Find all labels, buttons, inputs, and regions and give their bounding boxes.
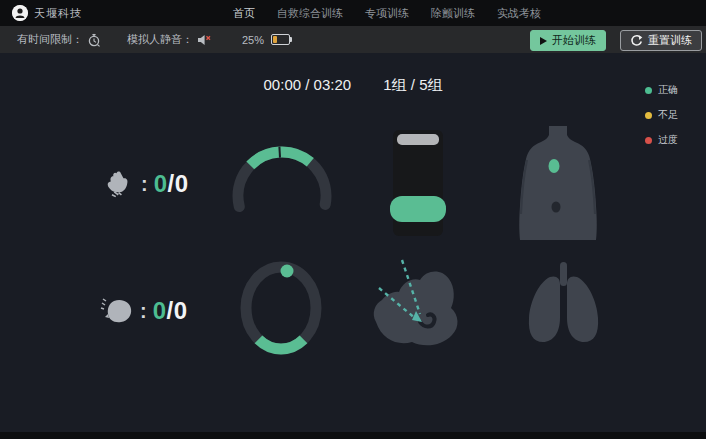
legend-correct-label: 正确: [658, 83, 678, 97]
nav-item-exam[interactable]: 实战考核: [497, 6, 541, 21]
reset-training-label: 重置训练: [648, 33, 692, 48]
depth-piston-cap: [397, 134, 439, 145]
brand-avatar-icon: [12, 5, 28, 21]
hand-icon: [103, 168, 135, 200]
ventilation-counter: : 0/0: [100, 295, 188, 327]
main-nav: 首页 自救综合训练 专项训练 除颤训练 实战考核: [233, 0, 541, 26]
depth-target-zone: [390, 196, 446, 222]
legend-item-correct: 正确: [645, 83, 678, 97]
battery-icon: [271, 34, 290, 45]
brand-logo[interactable]: 天堰科技: [12, 5, 82, 21]
session-timer: 00:00 / 03:20: [264, 76, 352, 93]
session-groups: 1组 / 5组: [383, 76, 442, 93]
breath-icon: [100, 295, 134, 327]
reset-training-button[interactable]: 重置训练: [620, 30, 702, 51]
refresh-icon: [630, 34, 643, 47]
nav-item-defib-training[interactable]: 除颤训练: [431, 6, 475, 21]
manikin-mute-setting: 模拟人静音：: [127, 32, 212, 47]
result-legend: 正确 不足 过度: [645, 83, 678, 158]
torso-compression-point-graphic: [513, 126, 603, 240]
red-dot-icon: [645, 137, 652, 144]
start-training-button[interactable]: 开始训练: [530, 30, 606, 51]
nav-item-home[interactable]: 首页: [233, 6, 255, 21]
session-status: 00:00 / 03:20 1组 / 5组: [0, 76, 706, 95]
ventilation-count-total: /0: [167, 297, 188, 324]
yellow-dot-icon: [645, 112, 652, 119]
play-icon: [540, 37, 547, 45]
compression-point-dot: [549, 159, 560, 173]
compression-rate-gauge: [222, 139, 344, 239]
time-limit-setting: 有时间限制：: [17, 32, 101, 47]
compression-count: 0/0: [154, 170, 189, 198]
start-training-label: 开始训练: [552, 33, 596, 48]
cpr-training-screen: 天堰科技 首页 自救综合训练 专项训练 除颤训练 实战考核 有时间限制：: [0, 0, 706, 439]
green-dot-icon: [645, 87, 652, 94]
battery-percent: 25%: [242, 34, 264, 46]
legend-insufficient-label: 不足: [658, 108, 678, 122]
compression-colon: :: [141, 173, 148, 196]
compression-count-total: /0: [168, 170, 189, 197]
lungs-icon: [516, 258, 611, 356]
compression-count-value: 0: [154, 170, 168, 197]
legend-item-insufficient: 不足: [645, 108, 678, 122]
battery-status: 25%: [242, 34, 290, 46]
ventilation-count: 0/0: [153, 297, 188, 325]
top-nav-bar: 天堰科技 首页 自救综合训练 专项训练 除颤训练 实战考核: [0, 0, 706, 26]
nav-item-self-rescue-training[interactable]: 自救综合训练: [277, 6, 343, 21]
legend-item-excessive: 过度: [645, 133, 678, 147]
ventilation-colon: :: [140, 300, 147, 323]
ventilation-count-value: 0: [153, 297, 167, 324]
stopwatch-icon: [87, 33, 101, 47]
head-tilt-airway-graphic: [366, 258, 466, 358]
brand-name: 天堰科技: [34, 6, 82, 21]
manikin-mute-label: 模拟人静音：: [127, 32, 193, 47]
speaker-muted-icon[interactable]: [197, 34, 212, 46]
legend-excessive-label: 过度: [658, 133, 678, 147]
bottom-edge-bar: [0, 432, 706, 439]
time-limit-label: 有时间限制：: [17, 32, 83, 47]
compression-counter: : 0/0: [103, 168, 189, 200]
gauge-marker-dot: [281, 265, 294, 278]
nav-item-special-training[interactable]: 专项训练: [365, 6, 409, 21]
toolbar-buttons: 开始训练 重置训练: [530, 30, 702, 51]
ventilation-volume-gauge: [240, 261, 325, 356]
